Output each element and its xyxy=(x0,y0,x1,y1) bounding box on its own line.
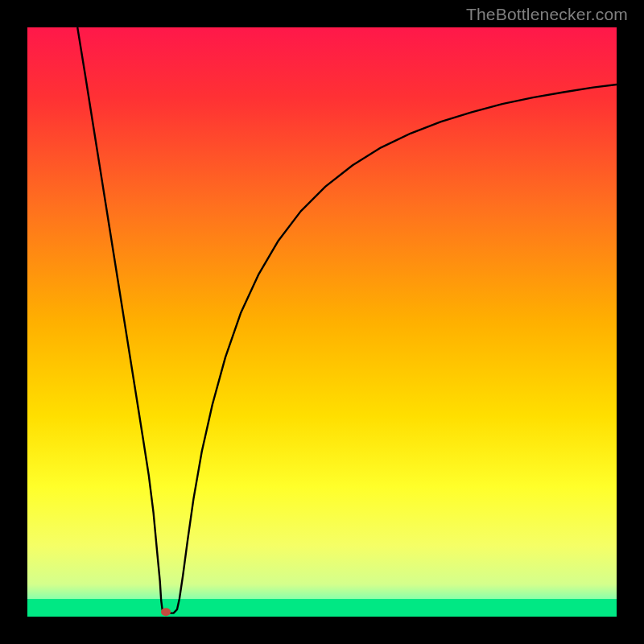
plot-area xyxy=(27,27,617,617)
marker-dot xyxy=(161,608,171,616)
gradient-background xyxy=(27,27,617,617)
chart-svg xyxy=(27,27,617,617)
watermark-text: TheBottlenecker.com xyxy=(466,5,628,24)
green-band xyxy=(27,599,617,617)
chart-frame: TheBottlenecker.com xyxy=(0,0,644,644)
